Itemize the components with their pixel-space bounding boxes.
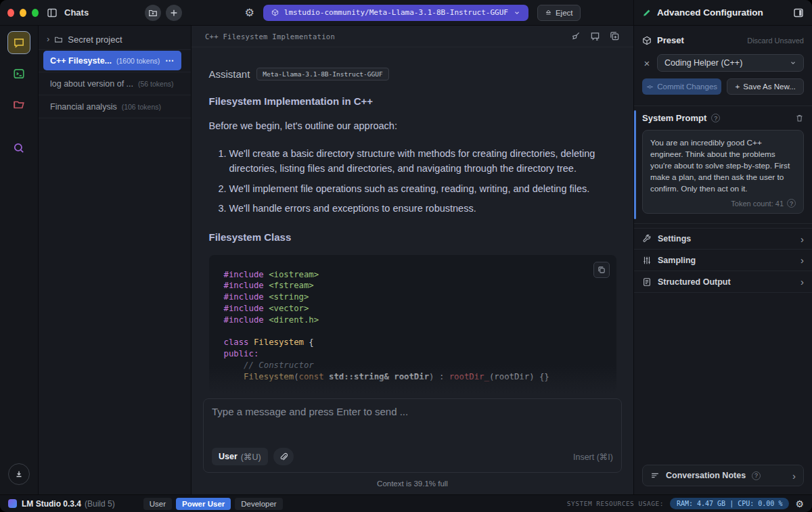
app-build: (Build 5) [85, 499, 115, 509]
copy-code-icon[interactable] [593, 262, 610, 278]
message-heading: Filesystem Class [209, 231, 616, 243]
message-ordered-list: We'll create a basic directory structure… [209, 146, 616, 216]
chat-list-item[interactable]: C++ Filesyste... (1600 tokens) ⋯ [43, 51, 181, 70]
system-prompt-label: System Prompt [642, 113, 706, 123]
chat-list-item[interactable]: Financial analysis (106 tokens) [43, 97, 181, 116]
insert-hint[interactable]: Insert (⌘I) [573, 452, 613, 462]
nav-chat-icon[interactable] [7, 31, 30, 54]
mode-developer-button[interactable]: Developer [235, 498, 282, 510]
system-prompt-editor[interactable]: You are an incredibly good C++ engineer.… [642, 130, 804, 214]
chevron-right-icon: › [800, 233, 804, 245]
system-prompt-text: You are an incredibly good C++ engineer.… [650, 137, 796, 195]
section-sampling[interactable]: Sampling › [634, 250, 812, 271]
status-bar: LM Studio 0.3.4 (Build 5) User Power Use… [0, 494, 812, 512]
nav-my-models-icon[interactable] [7, 93, 30, 116]
nav-developer-icon[interactable] [7, 62, 30, 85]
system-prompt-accent [634, 110, 636, 219]
advanced-config-header: Advanced Configuration [633, 0, 812, 25]
discard-unsaved-button[interactable]: Discard Unsaved [747, 37, 804, 45]
assistant-message-header: Assistant Meta-Llama-3.1-8B-Instruct-GGU… [209, 68, 616, 80]
composer: User (⌘U) Insert (⌘I) [203, 398, 622, 473]
chevron-right-icon: › [800, 254, 804, 266]
chat-title: C++ Filesystem Implementation [205, 32, 335, 41]
folder-collapse-chevron-icon[interactable]: › [47, 34, 49, 44]
new-folder-button[interactable] [145, 5, 161, 21]
conversation-notes-button[interactable]: Conversation Notes ? › [642, 465, 804, 486]
model-toolbar: ⚙ lmstudio-community/Meta-Llama-3.1-8B-I… [191, 0, 633, 25]
lm-studio-window: Chats ⚙ lmstudio-community/Meta-Llama-3.… [0, 0, 812, 512]
advanced-config-panel: Preset Discard Unsaved × Coding Helper (… [633, 26, 812, 494]
chat-titlebar: C++ Filesystem Implementation [191, 26, 633, 47]
chevron-right-icon: › [792, 470, 796, 482]
chats-title: Chats [64, 7, 89, 18]
help-icon[interactable]: ? [787, 199, 796, 208]
mode-user-button[interactable]: User [143, 498, 172, 510]
commit-changes-button[interactable]: Commit Changes [642, 78, 721, 95]
chevron-right-icon: › [800, 276, 804, 287]
folder-icon [54, 35, 63, 44]
clear-messages-icon[interactable] [590, 31, 600, 41]
code-block: #include <iostream>#include <fstream>#in… [209, 255, 616, 396]
attach-file-button[interactable] [273, 448, 294, 465]
chevron-down-icon [514, 9, 520, 16]
help-icon[interactable]: ? [711, 114, 720, 122]
list-item: We'll implement file operations such as … [229, 181, 616, 196]
new-window-icon[interactable] [610, 31, 620, 41]
role-selector-button[interactable]: User (⌘U) [212, 448, 268, 465]
minimize-window-button[interactable] [20, 9, 26, 17]
new-chat-button[interactable] [166, 5, 182, 21]
sidebar-header: Chats [39, 0, 191, 25]
panel-right-toggle-icon[interactable] [793, 7, 804, 18]
assistant-model-badge: Meta-Llama-3.1-8B-Instruct-GGUF [256, 68, 388, 80]
message-heading: Filesystem Implementation in C++ [209, 95, 616, 107]
resource-usage-pill[interactable]: RAM: 4.47 GB | CPU: 0.00 % [670, 498, 790, 509]
document-icon [642, 277, 652, 287]
panel-left-toggle-icon[interactable] [47, 7, 58, 18]
advanced-config-title: Advanced Configuration [657, 7, 788, 18]
model-chip-icon [271, 9, 279, 16]
list-item: We'll create a basic directory structure… [229, 146, 616, 177]
mode-switcher: User Power User Developer [143, 498, 283, 510]
chat-more-icon[interactable]: ⋯ [165, 55, 175, 66]
sidebar-folder-secret-project[interactable]: › Secret project [39, 30, 191, 50]
settings-gear-icon[interactable]: ⚙ [795, 498, 804, 509]
list-item: We'll handle errors and exceptions to en… [229, 201, 616, 216]
eject-icon [545, 9, 552, 16]
chat-list-item[interactable]: log about version of ... (56 tokens) [43, 74, 181, 93]
composer-area: User (⌘U) Insert (⌘I) Context is 39.1% f… [191, 396, 633, 494]
preset-label: Preset [657, 35, 742, 45]
close-window-button[interactable] [7, 9, 14, 17]
wrench-icon [642, 234, 652, 243]
help-icon[interactable]: ? [752, 471, 761, 480]
lm-studio-logo-icon [8, 499, 17, 508]
eject-model-button[interactable]: Eject [537, 5, 581, 21]
usage-label: SYSTEM RESOURCES USAGE: [567, 500, 664, 507]
clear-preset-icon[interactable]: × [642, 57, 652, 69]
token-count: Token count: 41 [731, 200, 784, 208]
preset-dropdown[interactable]: Coding Helper (C++) [657, 54, 804, 72]
model-selector[interactable]: lmstudio-community/Meta-Llama-3.1-8B-Ins… [263, 5, 528, 21]
section-structured-output[interactable]: Structured Output › [634, 271, 812, 293]
save-as-new-button[interactable]: + Save As New... [727, 78, 804, 95]
downloads-icon[interactable] [8, 463, 30, 485]
assistant-label: Assistant [209, 68, 250, 80]
folder-name: Secret project [68, 34, 122, 45]
message-list[interactable]: Assistant Meta-Llama-3.1-8B-Instruct-GGU… [191, 47, 633, 396]
section-settings[interactable]: Settings › [634, 228, 812, 250]
chats-sidebar: › Secret project C++ Filesyste... (1600 … [39, 26, 191, 494]
code-content[interactable]: #include <iostream>#include <fstream>#in… [224, 269, 602, 396]
nav-discover-icon[interactable] [7, 137, 30, 160]
message-input[interactable] [212, 406, 613, 448]
trash-icon[interactable] [795, 114, 804, 122]
left-icon-rail [0, 26, 39, 494]
chevron-down-icon [790, 60, 796, 66]
preset-section-header: Preset Discard Unsaved [642, 35, 804, 45]
zoom-window-button[interactable] [32, 9, 39, 17]
sliders-icon [642, 256, 652, 265]
mode-power-user-button[interactable]: Power User [176, 498, 231, 510]
clear-all-icon[interactable] [570, 31, 581, 41]
plus-icon: + [736, 83, 740, 91]
model-name: lmstudio-community/Meta-Llama-3.1-8B-Ins… [284, 8, 508, 17]
paperclip-icon [279, 452, 288, 461]
model-settings-gear-icon[interactable]: ⚙ [244, 7, 254, 18]
